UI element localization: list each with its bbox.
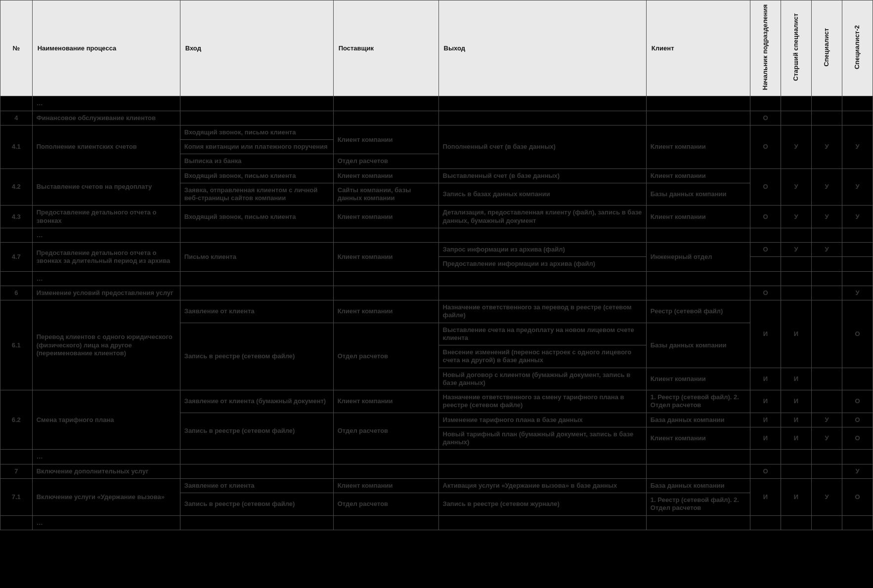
table-row: 7 Включение дополнительных услуг О У xyxy=(0,464,873,478)
table-row: … xyxy=(0,515,873,530)
table-row: 4.3 Предоставление детального отчета о з… xyxy=(0,206,873,228)
table-row: … xyxy=(0,450,873,464)
col-client: Клиент xyxy=(646,0,750,96)
table-row: … xyxy=(0,271,873,286)
col-role-spec2: Специалист-2 xyxy=(842,0,873,96)
table-row: … xyxy=(0,228,873,242)
col-output: Выход xyxy=(438,0,646,96)
table-row: 4 Финансовое обслуживание клиентов О xyxy=(0,111,873,125)
table-row: 6 Изменение условий предоставления услуг… xyxy=(0,286,873,300)
process-table: № Наименование процесса Вход Поставщик В… xyxy=(0,0,873,530)
table-row: 7.1 Включение услуги «Удержание вызова» … xyxy=(0,478,873,493)
col-role-spec: Специалист xyxy=(811,0,842,96)
table-row: 4.1 Пополнение клиентских счетов Входящи… xyxy=(0,125,873,139)
col-name: Наименование процесса xyxy=(32,0,180,96)
table-row: 4.7 Предоставление детального отчета о з… xyxy=(0,243,873,257)
header-row: № Наименование процесса Вход Поставщик В… xyxy=(0,0,873,96)
col-role-senior: Старший специалист xyxy=(781,0,812,96)
table-row: 4.2 Выставление счетов на предоплату Вхо… xyxy=(0,168,873,183)
table-row: 6.1 Перевод клиентов с одного юридическо… xyxy=(0,300,873,323)
col-input: Вход xyxy=(180,0,333,96)
col-number: № xyxy=(0,0,33,96)
col-supplier: Поставщик xyxy=(333,0,438,96)
table-row: 6.2 Смена тарифного плана Заявление от к… xyxy=(0,390,873,413)
col-role-head: Начальник подразделения xyxy=(750,0,781,96)
table-row: … xyxy=(0,96,873,111)
